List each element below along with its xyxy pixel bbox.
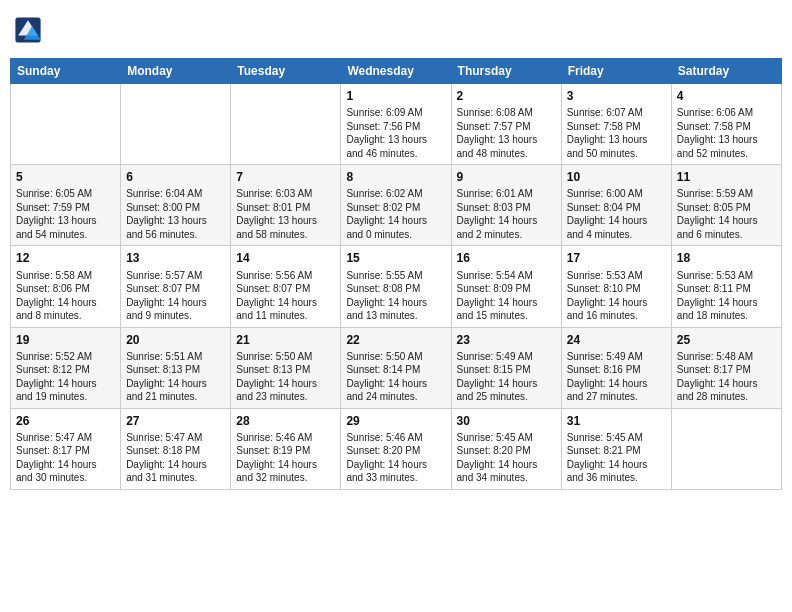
cell-content: 29Sunrise: 5:46 AMSunset: 8:20 PMDayligh… <box>346 413 445 485</box>
daylight-text: Daylight: 13 hours and 52 minutes. <box>677 133 776 160</box>
cell-content: 14Sunrise: 5:56 AMSunset: 8:07 PMDayligh… <box>236 250 335 322</box>
sunset-text: Sunset: 8:09 PM <box>457 282 556 296</box>
cell-content: 21Sunrise: 5:50 AMSunset: 8:13 PMDayligh… <box>236 332 335 404</box>
daylight-text: Daylight: 14 hours and 30 minutes. <box>16 458 115 485</box>
daylight-text: Daylight: 14 hours and 23 minutes. <box>236 377 335 404</box>
sunrise-text: Sunrise: 5:59 AM <box>677 187 776 201</box>
daylight-text: Daylight: 14 hours and 18 minutes. <box>677 296 776 323</box>
day-number: 13 <box>126 250 225 266</box>
cell-content: 7Sunrise: 6:03 AMSunset: 8:01 PMDaylight… <box>236 169 335 241</box>
day-number: 3 <box>567 88 666 104</box>
daylight-text: Daylight: 13 hours and 50 minutes. <box>567 133 666 160</box>
daylight-text: Daylight: 13 hours and 48 minutes. <box>457 133 556 160</box>
cell-content: 30Sunrise: 5:45 AMSunset: 8:20 PMDayligh… <box>457 413 556 485</box>
day-number: 22 <box>346 332 445 348</box>
sunrise-text: Sunrise: 5:45 AM <box>567 431 666 445</box>
calendar-cell: 7Sunrise: 6:03 AMSunset: 8:01 PMDaylight… <box>231 165 341 246</box>
sunrise-text: Sunrise: 6:01 AM <box>457 187 556 201</box>
calendar-cell: 10Sunrise: 6:00 AMSunset: 8:04 PMDayligh… <box>561 165 671 246</box>
daylight-text: Daylight: 14 hours and 24 minutes. <box>346 377 445 404</box>
cell-content: 16Sunrise: 5:54 AMSunset: 8:09 PMDayligh… <box>457 250 556 322</box>
calendar-cell: 29Sunrise: 5:46 AMSunset: 8:20 PMDayligh… <box>341 408 451 489</box>
day-number: 9 <box>457 169 556 185</box>
day-number: 4 <box>677 88 776 104</box>
sunset-text: Sunset: 8:07 PM <box>236 282 335 296</box>
daylight-text: Daylight: 14 hours and 9 minutes. <box>126 296 225 323</box>
calendar-cell <box>121 84 231 165</box>
sunrise-text: Sunrise: 5:55 AM <box>346 269 445 283</box>
cell-content: 10Sunrise: 6:00 AMSunset: 8:04 PMDayligh… <box>567 169 666 241</box>
cell-content: 2Sunrise: 6:08 AMSunset: 7:57 PMDaylight… <box>457 88 556 160</box>
day-number: 30 <box>457 413 556 429</box>
sunset-text: Sunset: 8:07 PM <box>126 282 225 296</box>
calendar-cell: 1Sunrise: 6:09 AMSunset: 7:56 PMDaylight… <box>341 84 451 165</box>
calendar-cell: 4Sunrise: 6:06 AMSunset: 7:58 PMDaylight… <box>671 84 781 165</box>
cell-content: 15Sunrise: 5:55 AMSunset: 8:08 PMDayligh… <box>346 250 445 322</box>
daylight-text: Daylight: 14 hours and 15 minutes. <box>457 296 556 323</box>
calendar-cell <box>231 84 341 165</box>
cell-content: 3Sunrise: 6:07 AMSunset: 7:58 PMDaylight… <box>567 88 666 160</box>
sunset-text: Sunset: 8:19 PM <box>236 444 335 458</box>
sunrise-text: Sunrise: 5:52 AM <box>16 350 115 364</box>
sunrise-text: Sunrise: 6:00 AM <box>567 187 666 201</box>
sunrise-text: Sunrise: 6:04 AM <box>126 187 225 201</box>
calendar-cell: 14Sunrise: 5:56 AMSunset: 8:07 PMDayligh… <box>231 246 341 327</box>
sunrise-text: Sunrise: 6:08 AM <box>457 106 556 120</box>
sunset-text: Sunset: 7:58 PM <box>677 120 776 134</box>
calendar-cell: 28Sunrise: 5:46 AMSunset: 8:19 PMDayligh… <box>231 408 341 489</box>
day-number: 17 <box>567 250 666 266</box>
calendar-cell: 18Sunrise: 5:53 AMSunset: 8:11 PMDayligh… <box>671 246 781 327</box>
sunrise-text: Sunrise: 5:53 AM <box>567 269 666 283</box>
calendar-cell: 11Sunrise: 5:59 AMSunset: 8:05 PMDayligh… <box>671 165 781 246</box>
sunrise-text: Sunrise: 6:06 AM <box>677 106 776 120</box>
sunset-text: Sunset: 8:15 PM <box>457 363 556 377</box>
sunrise-text: Sunrise: 5:54 AM <box>457 269 556 283</box>
calendar-cell: 6Sunrise: 6:04 AMSunset: 8:00 PMDaylight… <box>121 165 231 246</box>
calendar-cell: 16Sunrise: 5:54 AMSunset: 8:09 PMDayligh… <box>451 246 561 327</box>
daylight-text: Daylight: 14 hours and 31 minutes. <box>126 458 225 485</box>
calendar-cell: 9Sunrise: 6:01 AMSunset: 8:03 PMDaylight… <box>451 165 561 246</box>
sunrise-text: Sunrise: 6:07 AM <box>567 106 666 120</box>
sunrise-text: Sunrise: 6:09 AM <box>346 106 445 120</box>
week-row-2: 5Sunrise: 6:05 AMSunset: 7:59 PMDaylight… <box>11 165 782 246</box>
daylight-text: Daylight: 13 hours and 58 minutes. <box>236 214 335 241</box>
cell-content: 17Sunrise: 5:53 AMSunset: 8:10 PMDayligh… <box>567 250 666 322</box>
sunset-text: Sunset: 7:58 PM <box>567 120 666 134</box>
sunset-text: Sunset: 8:14 PM <box>346 363 445 377</box>
cell-content: 8Sunrise: 6:02 AMSunset: 8:02 PMDaylight… <box>346 169 445 241</box>
day-number: 18 <box>677 250 776 266</box>
weekday-header-saturday: Saturday <box>671 59 781 84</box>
daylight-text: Daylight: 14 hours and 16 minutes. <box>567 296 666 323</box>
week-row-5: 26Sunrise: 5:47 AMSunset: 8:17 PMDayligh… <box>11 408 782 489</box>
sunset-text: Sunset: 7:57 PM <box>457 120 556 134</box>
calendar-cell: 15Sunrise: 5:55 AMSunset: 8:08 PMDayligh… <box>341 246 451 327</box>
sunrise-text: Sunrise: 6:03 AM <box>236 187 335 201</box>
calendar-cell: 21Sunrise: 5:50 AMSunset: 8:13 PMDayligh… <box>231 327 341 408</box>
sunset-text: Sunset: 8:00 PM <box>126 201 225 215</box>
day-number: 7 <box>236 169 335 185</box>
daylight-text: Daylight: 13 hours and 46 minutes. <box>346 133 445 160</box>
cell-content: 1Sunrise: 6:09 AMSunset: 7:56 PMDaylight… <box>346 88 445 160</box>
daylight-text: Daylight: 13 hours and 54 minutes. <box>16 214 115 241</box>
sunset-text: Sunset: 8:20 PM <box>457 444 556 458</box>
day-number: 26 <box>16 413 115 429</box>
sunrise-text: Sunrise: 5:53 AM <box>677 269 776 283</box>
sunrise-text: Sunrise: 5:49 AM <box>457 350 556 364</box>
calendar-cell: 12Sunrise: 5:58 AMSunset: 8:06 PMDayligh… <box>11 246 121 327</box>
day-number: 6 <box>126 169 225 185</box>
sunrise-text: Sunrise: 5:49 AM <box>567 350 666 364</box>
daylight-text: Daylight: 14 hours and 4 minutes. <box>567 214 666 241</box>
daylight-text: Daylight: 14 hours and 13 minutes. <box>346 296 445 323</box>
cell-content: 19Sunrise: 5:52 AMSunset: 8:12 PMDayligh… <box>16 332 115 404</box>
sunset-text: Sunset: 7:56 PM <box>346 120 445 134</box>
daylight-text: Daylight: 14 hours and 11 minutes. <box>236 296 335 323</box>
calendar-cell: 23Sunrise: 5:49 AMSunset: 8:15 PMDayligh… <box>451 327 561 408</box>
cell-content: 11Sunrise: 5:59 AMSunset: 8:05 PMDayligh… <box>677 169 776 241</box>
weekday-header-row: SundayMondayTuesdayWednesdayThursdayFrid… <box>11 59 782 84</box>
week-row-3: 12Sunrise: 5:58 AMSunset: 8:06 PMDayligh… <box>11 246 782 327</box>
sunset-text: Sunset: 8:08 PM <box>346 282 445 296</box>
day-number: 2 <box>457 88 556 104</box>
daylight-text: Daylight: 14 hours and 21 minutes. <box>126 377 225 404</box>
calendar-cell: 2Sunrise: 6:08 AMSunset: 7:57 PMDaylight… <box>451 84 561 165</box>
calendar-cell: 26Sunrise: 5:47 AMSunset: 8:17 PMDayligh… <box>11 408 121 489</box>
